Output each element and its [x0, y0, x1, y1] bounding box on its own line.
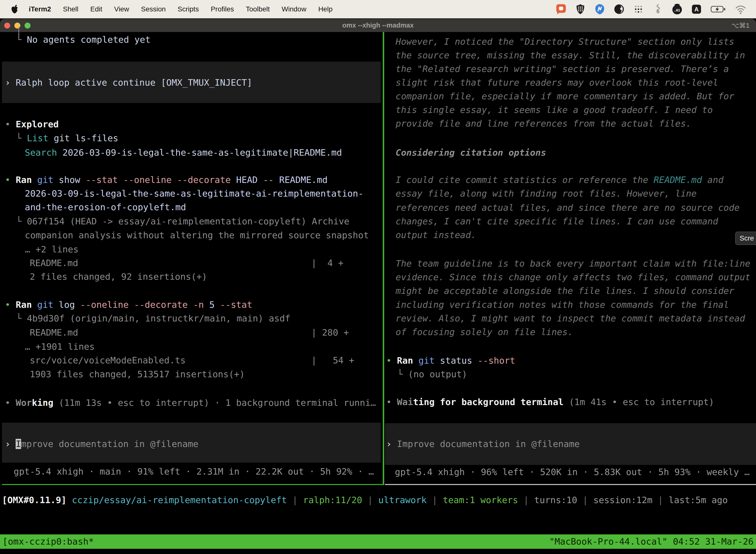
terminal-line: slight risk that future readers may over… [396, 76, 718, 90]
wifi-icon[interactable] [735, 3, 747, 15]
menu-item-edit[interactable]: Edit [90, 5, 102, 13]
blue-badge-icon[interactable] [594, 3, 606, 15]
terminal-line: changes, I can't cite specific file line… [396, 214, 718, 228]
terminal-line: evidence. Since this change only affects… [396, 270, 750, 284]
terminal-line: including verification notes with those … [396, 298, 729, 312]
omx-status-line: [OMX#0.11.9] cczip/essay/ai-reimplementa… [2, 493, 728, 507]
shield-grid-icon[interactable] [574, 3, 586, 15]
terminal-line: and-the-erosion-of-copyleft.md [25, 200, 186, 214]
menu-item-help[interactable]: Help [318, 5, 333, 13]
tmux-session-label: [omx-cczip0:bash* [2, 535, 94, 549]
pie-circle-icon[interactable] [613, 3, 625, 15]
left-model-statusline: gpt-5.4 xhigh · main · 91% left · 2.31M … [14, 465, 374, 479]
terminal-line: this single essay, it seems like a good … [396, 103, 713, 117]
a-square-icon[interactable]: A [691, 3, 702, 15]
terminal-content: Scre [omx-cczip0:bash* "MacBook-Pro-44.l… [0, 0, 756, 554]
menu-item-shell[interactable]: Shell [63, 5, 78, 13]
dots-grid-icon[interactable] [632, 3, 644, 15]
terminal-line: might be acceptable alongside the file l… [396, 284, 734, 298]
screen-overlay-tooltip: Scre [735, 232, 756, 245]
terminal-line: output instead. [396, 228, 476, 242]
menu-item-app[interactable]: iTerm2 [29, 5, 51, 13]
right-input-line: › Improve documentation in @filename [386, 437, 580, 451]
terminal-line: 2 files changed, 92 insertions(+) [30, 270, 207, 284]
screen-share-icon[interactable] [555, 3, 567, 15]
terminal-line: └ (no output) [397, 367, 467, 381]
terminal-line: README.md| 280 + [30, 326, 78, 340]
menu-item-window[interactable]: Window [282, 5, 307, 13]
menu-item-session[interactable]: Session [141, 5, 166, 13]
apple-menu-icon[interactable] [11, 4, 19, 14]
thinking-heading: Considering citation options [396, 146, 546, 160]
terminal-line: └ 067f154 (HEAD -> essay/ai-reimplementa… [16, 214, 350, 228]
terminal-line: └ No agents completed yet [16, 33, 150, 47]
terminal-line: • Ran git status --short [386, 354, 515, 368]
terminal-line: Search 2026-03-09-is-legal-the-same-as-l… [25, 146, 342, 160]
pane-divider[interactable] [383, 32, 384, 485]
terminal-line: 1903 files changed, 513517 insertions(+) [30, 367, 245, 381]
tmux-status-bar: [omx-cczip0:bash* "MacBook-Pro-44.local"… [0, 535, 756, 549]
menu-item-toolbelt[interactable]: Toolbelt [246, 5, 270, 13]
menubar-status-icons: ..61A [555, 3, 747, 15]
terminal-line: of focusing solely on file lines. [396, 325, 573, 339]
right-waiting-status: • Waiting for background terminal (1m 41… [386, 395, 714, 409]
battery-icon[interactable] [710, 3, 727, 15]
terminal-line: The team guideline is to back every impo… [396, 257, 750, 271]
terminal-line: review. Also, I might want to inspect th… [396, 312, 745, 325]
terminal-line: src/voice/voiceModeEnabled.ts| 54 + [30, 353, 186, 367]
terminal-line: the "Related research writing" section i… [396, 62, 729, 76]
terminal-line: … +1901 lines [25, 340, 95, 354]
left-working-status: • Working (11m 13s • esc to interrupt) ·… [5, 396, 376, 410]
terminal-line: └ 4b9d30f (origin/main, instructkr/main,… [16, 312, 290, 325]
terminal-line: essay file, along with finding root file… [396, 187, 697, 201]
terminal-line: 2026-03-09-is-legal-the-same-as-legitima… [25, 187, 363, 201]
svg-text:..61: ..61 [674, 8, 680, 12]
terminal-line: I could cite commit statistics or refere… [396, 173, 723, 187]
right-model-statusline: gpt-5.4 xhigh · 96% left · 520K in · 5.8… [395, 465, 750, 479]
menu-item-view[interactable]: View [114, 5, 129, 13]
terminal-line: However, I noticed the "Directory Struct… [396, 35, 734, 49]
squiggle-icon[interactable] [652, 3, 664, 15]
svg-text:A: A [694, 6, 698, 13]
terminal-line: the source tree, missing the essay. Stil… [396, 48, 745, 62]
left-history-prompt: › Ralph loop active continue [OMX_TMUX_I… [5, 76, 252, 90]
menu-bar: iTerm2 ShellEditViewSessionScriptsProfil… [0, 0, 756, 18]
terminal-line: • Ran git log --oneline --decorate -n 5 … [5, 298, 252, 312]
menu-item-profiles[interactable]: Profiles [211, 5, 234, 13]
left-input-line: › Improve documentation in @filename [5, 437, 198, 451]
left-pane-bottom-border [2, 484, 383, 485]
terminal-line: • Ran git show --stat --oneline --decora… [5, 173, 328, 187]
terminal-line: README.md| 4 + [30, 256, 78, 270]
terminal-line: • Explored [5, 117, 59, 131]
terminal-line: companion file, especially if more comme… [396, 89, 734, 103]
terminal-line: provide file and line references from th… [396, 117, 691, 130]
timer-badge-icon[interactable]: ..61 [671, 3, 683, 15]
menu-item-scripts[interactable]: Scripts [178, 5, 199, 13]
terminal-line: … +2 lines [25, 242, 79, 257]
tooltip-label: Scre [740, 234, 754, 242]
terminal-line: companion analysis without altering the … [25, 228, 369, 242]
tmux-host-clock: "MacBook-Pro-44.local" 04:52 31-Mar-26 [549, 535, 754, 549]
menu-items: ShellEditViewSessionScriptsProfilesToolb… [63, 5, 333, 13]
terminal-line: └ List git ls-files [16, 131, 118, 145]
right-pane-bottom-border [385, 484, 756, 485]
terminal-line: references need actual files, and since … [396, 201, 740, 215]
screenshot-root: iTerm2 ShellEditViewSessionScriptsProfil… [0, 0, 756, 554]
